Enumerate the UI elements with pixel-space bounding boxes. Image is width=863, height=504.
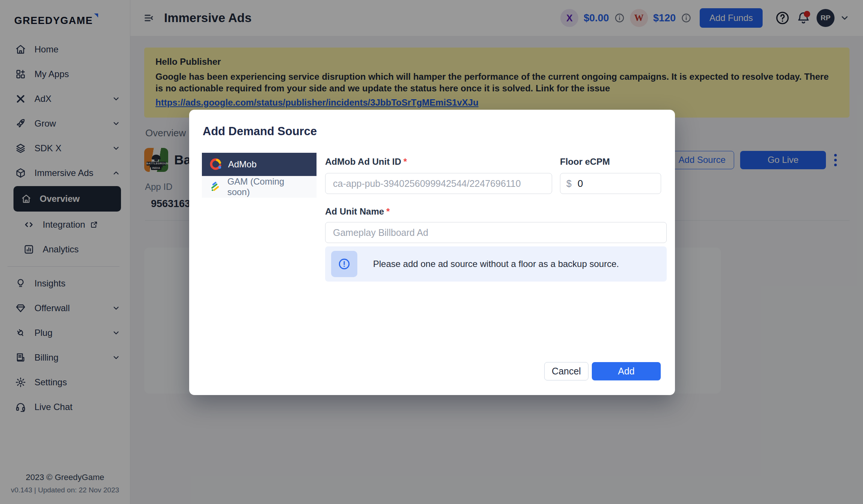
floor-ecpm-field: $ (560, 173, 661, 194)
modal-title: Add Demand Source (203, 125, 317, 138)
note-icon-tile (331, 251, 357, 277)
field-label-text: AdMob Ad Unit ID (325, 157, 401, 167)
ad-unit-name-label: Ad Unit Name* (325, 206, 390, 217)
add-button[interactable]: Add (592, 362, 661, 380)
floor-ecpm-input[interactable] (578, 178, 655, 189)
tab-label: AdMob (228, 159, 257, 170)
tab-label: GAM (Coming soon) (227, 176, 309, 197)
tab-admob[interactable]: AdMob (202, 153, 317, 176)
alert-circle-icon (338, 258, 351, 270)
floor-ecpm-label: Floor eCPM (560, 157, 610, 167)
note-text: Please add one ad source without a floor… (373, 259, 619, 269)
admob-icon (209, 158, 222, 171)
required-asterisk: * (403, 157, 407, 167)
ad-unit-name-input[interactable] (325, 222, 667, 243)
backup-source-note: Please add one ad source without a floor… (325, 246, 667, 282)
gam-icon (209, 181, 221, 193)
ad-unit-id-input[interactable] (325, 173, 552, 194)
ad-unit-id-label: AdMob Ad Unit ID* (325, 157, 407, 167)
app-root: GREEDYGAME Home My Apps AdX Grow (0, 0, 863, 504)
required-asterisk: * (386, 206, 390, 216)
field-label-text: Floor eCPM (560, 157, 610, 167)
field-label-text: Ad Unit Name (325, 206, 384, 216)
currency-prefix: $ (566, 178, 572, 189)
add-demand-source-modal: Add Demand Source AdMob GAM (Coming soon… (189, 110, 675, 395)
cancel-button[interactable]: Cancel (544, 362, 588, 380)
demand-source-tabs: AdMob GAM (Coming soon) (202, 153, 317, 198)
tab-gam[interactable]: GAM (Coming soon) (202, 176, 317, 198)
